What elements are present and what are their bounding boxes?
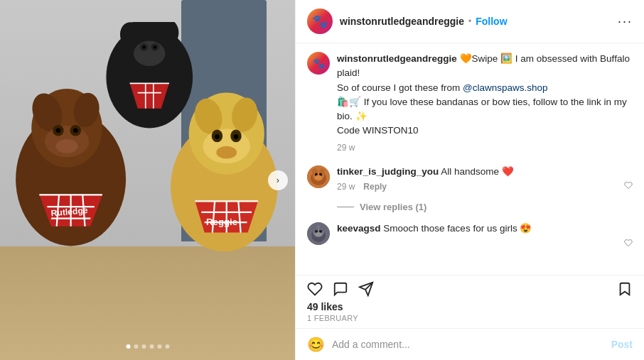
emoji-picker-button[interactable]: 😊 — [307, 336, 325, 353]
comment-content-2: Smooch those faces for us girls 😍 — [383, 223, 532, 234]
comment-button[interactable] — [333, 281, 348, 297]
caption-text: 🧡Swipe 🖼️ I am obsessed with Buffalo pla… — [337, 53, 630, 136]
caption-link[interactable]: @clawnspaws.shop — [463, 82, 548, 93]
comment-heart-2[interactable] — [624, 239, 633, 249]
caption-avatar[interactable]: 🐾 — [307, 52, 330, 75]
likes-count: 49 likes — [307, 301, 633, 312]
caption-body: winstonrutledgeandreggie 🧡Swipe 🖼️ I am … — [337, 52, 633, 154]
svg-point-57 — [315, 175, 322, 180]
like-button[interactable] — [307, 281, 323, 297]
svg-point-40 — [234, 135, 239, 140]
dot-3 — [141, 344, 146, 349]
header-username[interactable]: winstonrutledgeandreggie — [340, 16, 464, 27]
svg-point-23 — [56, 139, 78, 153]
comment-input[interactable] — [332, 339, 604, 350]
comment-meta-2 — [337, 239, 633, 249]
action-icons — [307, 281, 633, 297]
comment-row-2: keevagsd Smooch those faces for us girls… — [307, 222, 633, 249]
comment-body-2: keevagsd Smooch those faces for us girls… — [337, 222, 633, 249]
comment-body-1: tinker_is_judging_you All handsome ❤️ 29… — [337, 165, 633, 192]
svg-point-22 — [73, 129, 78, 133]
post-date: 1 February — [307, 314, 633, 322]
caption-username[interactable]: winstonrutledgeandreggie — [337, 53, 457, 64]
post-image-panel: Rutledge — [0, 0, 295, 360]
dot-1 — [126, 344, 130, 349]
view-replies-button[interactable]: View replies (1) — [337, 202, 633, 212]
dot-5 — [157, 344, 161, 349]
caption-time: 29 w — [337, 141, 633, 154]
comment-username-1[interactable]: tinker_is_judging_you — [337, 166, 439, 177]
comment-reply-1[interactable]: Reply — [363, 182, 387, 192]
comment-row: tinker_is_judging_you All handsome ❤️ 29… — [307, 165, 633, 192]
svg-point-4 — [134, 41, 165, 66]
comment-content-1: All handsome ❤️ — [441, 166, 514, 177]
comment-avatar-2[interactable] — [307, 222, 330, 245]
svg-point-41 — [216, 146, 237, 159]
comment-username-2[interactable]: keevagsd — [337, 223, 381, 234]
header-separator: • — [468, 16, 471, 26]
comment-avatar-1[interactable] — [307, 165, 330, 188]
comments-area: 🐾 winstonrutledgeandreggie 🧡Swipe 🖼️ I a… — [296, 43, 644, 275]
svg-point-7 — [142, 46, 145, 49]
post-comment-button[interactable]: Post — [611, 339, 633, 350]
svg-point-39 — [215, 135, 220, 140]
comment-text-2: keevagsd Smooch those faces for us girls… — [337, 222, 633, 236]
comment-time-1: 29 w — [337, 182, 355, 192]
comment-heart-1[interactable] — [624, 181, 633, 192]
svg-text:Reggie: Reggie — [206, 217, 237, 227]
view-replies-line — [337, 207, 354, 207]
dot-2 — [134, 344, 138, 349]
more-options-button[interactable]: ··· — [618, 14, 633, 29]
follow-button[interactable]: Follow — [476, 16, 507, 27]
dot-6 — [165, 344, 169, 349]
next-image-arrow[interactable]: › — [268, 170, 288, 190]
image-dots — [126, 344, 169, 349]
post-header: 🐾 winstonrutledgeandreggie • Follow ··· — [296, 0, 644, 43]
post-caption: 🐾 winstonrutledgeandreggie 🧡Swipe 🖼️ I a… — [307, 52, 633, 154]
post-content-panel: 🐾 winstonrutledgeandreggie • Follow ··· … — [295, 0, 644, 360]
bookmark-button[interactable] — [617, 281, 633, 297]
comment-meta-1: 29 w Reply — [337, 181, 633, 192]
svg-point-21 — [56, 129, 61, 133]
header-avatar[interactable]: 🐾 — [307, 9, 333, 34]
add-comment-bar: 😊 Post — [296, 328, 644, 360]
comment-text-1: tinker_is_judging_you All handsome ❤️ — [337, 165, 633, 179]
svg-point-8 — [154, 46, 156, 49]
view-replies-text: View replies (1) — [360, 202, 426, 212]
svg-point-65 — [315, 232, 322, 236]
actions-bar: 49 likes 1 February — [296, 275, 644, 328]
share-button[interactable] — [358, 281, 374, 297]
dot-4 — [149, 344, 154, 349]
